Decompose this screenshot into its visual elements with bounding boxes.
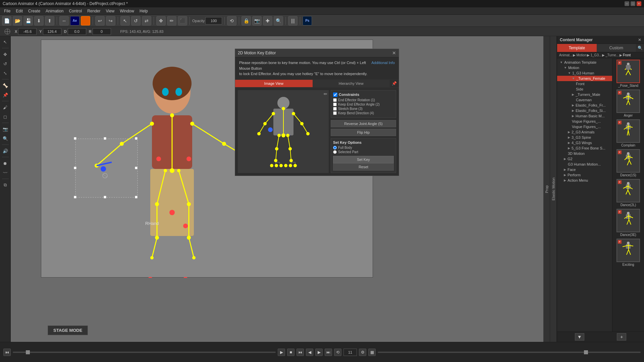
tree-vogue-1[interactable]: Vogue Figures_... bbox=[557, 119, 612, 124]
tl-settings-button[interactable]: ⚙ bbox=[359, 349, 366, 356]
preview-thumb-anger[interactable]: F bbox=[616, 89, 640, 113]
ps-button[interactable]: Ps bbox=[303, 16, 312, 25]
ae-button[interactable]: Ae bbox=[70, 16, 79, 25]
preview-thumb-complain[interactable]: F bbox=[616, 119, 640, 143]
me-pin-icon[interactable]: 📌 bbox=[390, 80, 399, 87]
close-button[interactable]: ✕ bbox=[637, 1, 641, 6]
opacity-input[interactable] bbox=[205, 17, 222, 24]
flip-h-button[interactable]: ⟲ bbox=[227, 16, 236, 25]
tl-layout-button[interactable]: ▦ bbox=[368, 349, 376, 356]
timeline-button[interactable]: ||| bbox=[288, 16, 298, 25]
import-button[interactable]: ⬇ bbox=[34, 16, 44, 25]
active-tool-button[interactable] bbox=[81, 16, 90, 25]
preview-thumb-exciting[interactable]: F bbox=[616, 239, 640, 262]
constraints-master-check[interactable] bbox=[333, 93, 337, 97]
me-edit-icon[interactable]: ✏ bbox=[324, 92, 327, 97]
window-controls[interactable]: ─ □ ✕ bbox=[625, 1, 641, 6]
camera-tool[interactable]: 📷 bbox=[1, 125, 10, 133]
menu-file[interactable]: File bbox=[1, 8, 13, 14]
tab-custom[interactable]: Custom bbox=[597, 44, 636, 52]
sel-handle-bm[interactable] bbox=[104, 196, 106, 198]
open-button[interactable]: 📂 bbox=[13, 16, 22, 25]
d-input[interactable] bbox=[68, 28, 86, 35]
pin-tool[interactable]: 📌 bbox=[1, 90, 10, 99]
tl-next-frame-button[interactable]: ▶ bbox=[315, 349, 323, 356]
sel-handle-tr[interactable] bbox=[135, 137, 138, 140]
tree-g3-human-motion[interactable]: G3 Human Motion... bbox=[557, 162, 612, 167]
reverse-joint-button[interactable]: Reverse Joint Angle (5) bbox=[331, 120, 396, 127]
tl-right-thumb[interactable] bbox=[584, 350, 588, 354]
tree-side[interactable]: Side bbox=[557, 86, 612, 92]
preview-thumb-pose-stand[interactable]: F bbox=[616, 60, 640, 83]
sel-handle-ml[interactable] bbox=[74, 167, 76, 169]
export-button[interactable]: ⬆ bbox=[45, 16, 54, 25]
tab-template[interactable]: Template bbox=[557, 44, 597, 52]
preview-dance3e[interactable]: F Dance(3E) bbox=[615, 209, 642, 237]
constraint-check-4[interactable] bbox=[333, 111, 337, 115]
pen-button[interactable]: ✏ bbox=[167, 16, 176, 25]
sel-handle-tm[interactable] bbox=[104, 137, 106, 140]
scale-tool[interactable]: ⤡ bbox=[1, 69, 10, 77]
set-key-button[interactable]: Set Key bbox=[333, 156, 394, 163]
tree-vogue-2[interactable]: Vogue Figures_... bbox=[557, 124, 612, 129]
breadcrumb-item-1[interactable]: Animat... bbox=[559, 53, 572, 57]
erase-tool[interactable]: ◻ bbox=[1, 112, 10, 121]
select-tool[interactable]: ↖ bbox=[1, 38, 10, 46]
tl-left-slider[interactable] bbox=[13, 352, 276, 353]
zoom-out-button[interactable]: 🔍 bbox=[274, 16, 283, 25]
reset-button[interactable]: Reset bbox=[333, 163, 394, 171]
save-button[interactable]: 💾 bbox=[23, 16, 33, 25]
sel-handle-tl[interactable] bbox=[74, 137, 76, 140]
fill-button[interactable]: ⬛ bbox=[178, 16, 187, 25]
tl-frame-input[interactable] bbox=[343, 349, 357, 356]
tl-stop-button[interactable]: ■ bbox=[287, 349, 294, 356]
x-input[interactable] bbox=[18, 28, 37, 35]
me-tab-hierarchy-view[interactable]: Hierarchy View bbox=[313, 80, 390, 87]
preview-thumb-dance1s[interactable]: F bbox=[616, 149, 640, 173]
preview-pose-stand[interactable]: F _Pose_Stand bbox=[615, 60, 642, 87]
bone-tool[interactable]: 🦴 bbox=[1, 81, 10, 90]
breadcrumb-item-5[interactable]: Front bbox=[623, 53, 631, 57]
tree-turners-male[interactable]: ▶ _Turners_Male bbox=[557, 92, 612, 97]
tree-3d-motion[interactable]: 3D Motion bbox=[557, 151, 612, 156]
audio-tool[interactable]: 🔊 bbox=[1, 146, 10, 155]
tree-perform[interactable]: ▶ Perform bbox=[557, 172, 612, 178]
zoom-tool[interactable]: 🔍 bbox=[1, 134, 10, 143]
record-tool[interactable]: ⏺ bbox=[1, 159, 10, 168]
layer-tool[interactable]: ⧉ bbox=[1, 181, 10, 189]
menu-window[interactable]: Window bbox=[117, 8, 137, 14]
cm-download-button[interactable]: ▼ bbox=[575, 333, 584, 341]
me-tab-image-view[interactable]: Image View bbox=[235, 80, 313, 87]
r-input[interactable] bbox=[93, 28, 111, 35]
minimize-button[interactable]: ─ bbox=[625, 1, 629, 6]
tree-motion[interactable]: ▼ Motion bbox=[557, 65, 612, 70]
lock-button[interactable]: 🔒 bbox=[241, 16, 251, 25]
preview-thumb-dance2l[interactable]: F bbox=[616, 179, 640, 202]
tree-elastic-fr[interactable]: ▶ Elastic_Folks_Fr... bbox=[557, 103, 612, 108]
menu-help[interactable]: Help bbox=[137, 8, 151, 14]
tree-animation-template[interactable]: ▼ Animation Template bbox=[557, 60, 612, 65]
tree-g3-animals[interactable]: ▶ 2_G3 Animals bbox=[557, 129, 612, 135]
preview-complain[interactable]: F Complain bbox=[615, 119, 642, 147]
menu-animation[interactable]: Animation bbox=[43, 8, 66, 14]
paint-tool[interactable]: 🖌 bbox=[1, 103, 10, 112]
preview-thumb-dance3e[interactable]: F bbox=[616, 209, 640, 232]
tl-play-button[interactable]: ▶ bbox=[278, 349, 285, 356]
tree-turners-female[interactable]: ▼ _Turners_Female bbox=[557, 76, 612, 81]
tree-elastic-si[interactable]: ▶ Elastic_Folks_Si... bbox=[557, 108, 612, 113]
cm-close-icon[interactable]: ✕ bbox=[638, 38, 641, 42]
constraint-check-1[interactable] bbox=[333, 98, 337, 102]
tree-face[interactable]: ▶ Face bbox=[557, 167, 612, 172]
tl-loop-button[interactable]: ⟲ bbox=[334, 349, 341, 356]
sel-handle-bl[interactable] bbox=[74, 196, 76, 198]
breadcrumb-item-3[interactable]: 1_G3... bbox=[590, 53, 601, 57]
tree-front[interactable]: Front bbox=[557, 81, 612, 86]
menu-control[interactable]: Control bbox=[66, 8, 85, 14]
move-button[interactable]: ✥ bbox=[156, 16, 166, 25]
me-close-button[interactable]: ✕ bbox=[392, 50, 396, 56]
tree-human-basic[interactable]: ▶ Human Basic M... bbox=[557, 113, 612, 119]
preview-dance1s[interactable]: F Dance(1S) bbox=[615, 149, 642, 177]
flip-hip-button[interactable]: Flip Hip bbox=[331, 129, 396, 136]
constraint-check-3[interactable] bbox=[333, 107, 337, 111]
tl-right-slider[interactable] bbox=[378, 352, 641, 353]
